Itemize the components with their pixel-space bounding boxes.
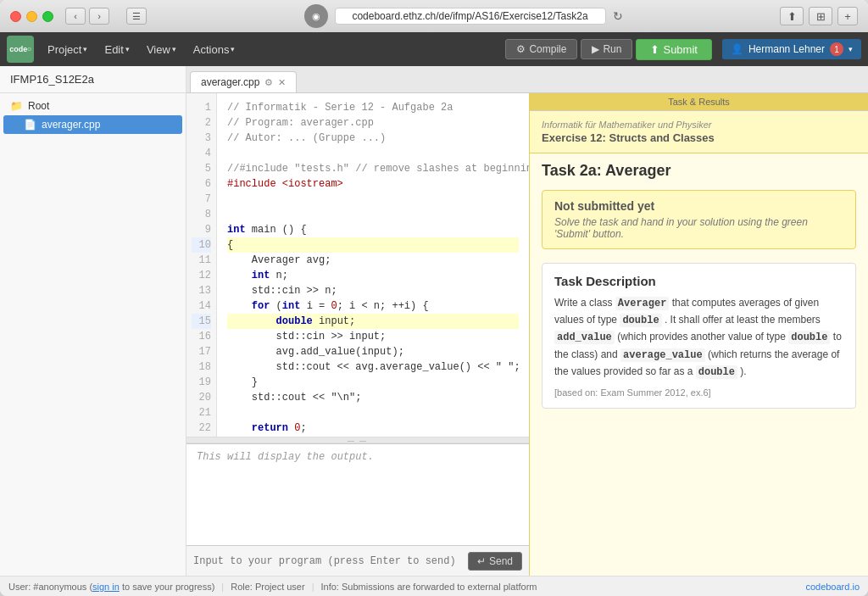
code-add-value: add_value (554, 331, 615, 344)
app-logo: code O (7, 36, 34, 63)
right-panel: Task & Results Informatik für Mathematik… (529, 93, 868, 576)
task-desc-text: Write a class Averager that computes ave… (554, 295, 843, 381)
gear-icon: ⚙ (516, 43, 526, 55)
maximize-button[interactable] (42, 11, 53, 22)
code-content[interactable]: // Informatik - Serie 12 - Aufgabe 2a //… (217, 93, 529, 437)
task-description-box: Task Description Write a class Averager … (542, 263, 856, 409)
exercise-title: Exercise 12: Structs and Classes (542, 131, 856, 144)
edit-menu[interactable]: Edit ▾ (97, 40, 136, 59)
minimize-button[interactable] (26, 11, 37, 22)
browser-extension-icon: ◉ (304, 4, 328, 28)
code-double-1: double (620, 314, 661, 327)
run-button[interactable]: ▶ Run (581, 39, 632, 59)
tree-file-averager[interactable]: 📄 averager.cpp (3, 115, 182, 134)
settings-icon: ⚙ (264, 77, 273, 88)
sign-in-link[interactable]: sign in (92, 582, 120, 592)
project-menu[interactable]: Project ▾ (41, 40, 94, 59)
code-editor: 12345 678910 1112131415 1617181920 21222… (186, 93, 529, 576)
task-results-tab[interactable]: Task & Results (530, 93, 868, 111)
main-content: IFMP16_S12E2a 📁 Root 📄 averager.cpp aver… (0, 66, 868, 576)
share-button[interactable]: ⬆ (780, 7, 804, 25)
upload-icon: ⬆ (650, 43, 659, 56)
folder-icon: 📁 (10, 100, 23, 112)
user-icon: 👤 (731, 43, 743, 55)
send-button[interactable]: ↵ Send (468, 552, 522, 571)
view-menu[interactable]: View ▾ (140, 40, 183, 59)
chevron-down-icon: ▾ (849, 45, 853, 53)
address-bar[interactable]: codeboard.ethz.ch/de/ifmp/AS16/Exercise1… (335, 8, 606, 25)
tab-close-button[interactable]: ✕ (278, 77, 286, 88)
submit-button[interactable]: ⬆ Submit (636, 39, 711, 60)
back-button[interactable]: ‹ (65, 8, 86, 25)
code-double-3: double (696, 365, 737, 379)
titlebar: ‹ › ☰ ◉ codeboard.ethz.ch/de/ifmp/AS16/E… (0, 0, 868, 32)
close-button[interactable] (10, 11, 21, 22)
show-sidebar-button[interactable]: ☰ (126, 8, 147, 25)
code-double-2: double (788, 331, 830, 344)
task-desc-title: Task Description (554, 274, 843, 288)
editor-tab-averager[interactable]: averager.cpp ⚙ ✕ (190, 71, 297, 92)
send-icon: ↵ (477, 555, 486, 567)
new-tab-button[interactable]: ⊞ (809, 7, 832, 25)
sidebar: IFMP16_S12E2a 📁 Root 📄 averager.cpp (0, 66, 186, 576)
status-bar: User: #anonymous ( sign in to save your … (0, 576, 868, 596)
codeboard-link[interactable]: codeboard.io (805, 582, 860, 592)
file-tree: 📁 Root 📄 averager.cpp (0, 93, 186, 576)
line-numbers: 12345 678910 1112131415 1617181920 21222… (186, 93, 217, 437)
user-menu[interactable]: 👤 Hermann Lehner 1 ▾ (722, 39, 861, 59)
compile-button[interactable]: ⚙ Compile (505, 39, 577, 59)
code-averager: Averager (615, 297, 670, 310)
editor-split: 12345 678910 1112131415 1617181920 21222… (186, 93, 868, 576)
editor-container[interactable]: 12345 678910 1112131415 1617181920 21222… (186, 93, 529, 437)
add-button[interactable]: + (837, 7, 858, 25)
play-icon: ▶ (592, 43, 599, 55)
forward-button[interactable]: › (89, 8, 109, 25)
breadcrumb: Informatik für Mathematiker und Physiker (542, 120, 856, 130)
output-area: This will display the output. (186, 443, 529, 545)
program-input[interactable] (193, 555, 468, 567)
tree-root-folder[interactable]: 📁 Root (0, 97, 186, 115)
input-area: ↵ Send (186, 545, 529, 576)
tab-label: averager.cpp (201, 76, 259, 88)
output-resize-handle[interactable]: — — (186, 437, 529, 443)
refresh-button[interactable]: ↻ (613, 9, 623, 23)
project-name: IFMP16_S12E2a (0, 66, 186, 93)
file-icon: 📄 (24, 119, 36, 131)
code-average-value: average_value (620, 348, 705, 362)
app-toolbar: code O Project ▾ Edit ▾ View ▾ Actions ▾… (0, 32, 868, 66)
based-on-text: [based on: Exam Summer 2012, ex.6] (554, 387, 843, 398)
actions-menu[interactable]: Actions ▾ (186, 40, 242, 59)
editor-area: averager.cpp ⚙ ✕ 12345 678910 1112131415… (186, 66, 868, 576)
notification-badge: 1 (830, 42, 843, 56)
right-panel-header: Informatik für Mathematiker und Physiker… (530, 111, 868, 153)
task-title: Task 2a: Averager (530, 153, 868, 185)
not-submitted-box: Not submitted yet Solve the task and han… (542, 190, 856, 249)
not-submitted-text: Solve the task and hand in your solution… (554, 216, 843, 240)
tab-bar: averager.cpp ⚙ ✕ (186, 66, 868, 93)
not-submitted-title: Not submitted yet (554, 199, 843, 213)
